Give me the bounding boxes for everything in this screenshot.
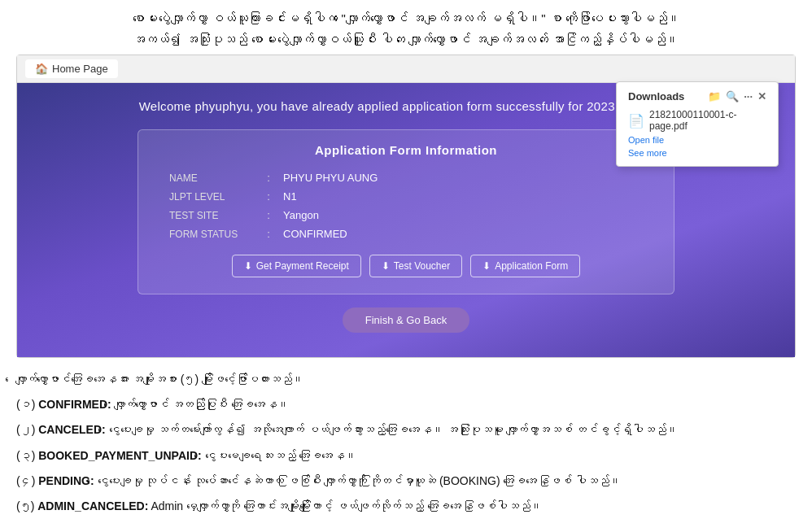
top-description: စာမေးပွဲလျှောက်လွှာ ဝယ်ယူထားခြင်းမရှိပါက… <box>0 0 812 55</box>
browser-tab[interactable]: 🏠 Home Page <box>25 59 118 78</box>
see-more-link[interactable]: See more <box>628 148 766 158</box>
tab-label: Home Page <box>52 63 108 75</box>
btn-label-voucher: Test Voucher <box>394 260 450 272</box>
item-number-5: (၅) <box>16 499 34 512</box>
application-form-button[interactable]: ⬇ Application Form <box>470 255 580 277</box>
top-line2: အကယ်၍ အသုံးပြုသည် စာမေးပွဲလျှောက်လွှာဝယ်… <box>16 29 796 50</box>
field-label-name: NAME <box>163 168 260 187</box>
field-label-jlpt: JLPT LEVEL <box>163 187 260 206</box>
info-card: Application Form Information NAME : PHYU… <box>138 129 674 294</box>
downloads-header-icons: 📁 🔍 ··· ✕ <box>708 90 766 102</box>
browser-window: 🏠 Home Page Downloads 📁 🔍 ··· ✕ 📄 218210… <box>16 55 796 358</box>
downloads-popup: Downloads 📁 🔍 ··· ✕ 📄 21821000110001-c-p… <box>616 81 779 167</box>
close-icon[interactable]: ✕ <box>757 90 766 102</box>
info-card-title: Application Form Information <box>163 143 649 157</box>
field-value-status: CONFIRMED <box>277 225 649 243</box>
body-text-section: လျှောက်လွှာဖောင်အခြေအနေအား အမျိုးအစား (၅… <box>0 358 812 525</box>
browser-bar: 🏠 Home Page Downloads 📁 🔍 ··· ✕ 📄 218210… <box>17 55 795 83</box>
body-item-3: (၃) BOOKED_PAYMENT_UNPAID: ငွေပေးမချေရသေ… <box>16 446 796 466</box>
field-label-status: FORM STATUS <box>163 225 260 243</box>
info-table: NAME : PHYU PHYU AUNG JLPT LEVEL : N1 TE… <box>163 168 649 243</box>
pdf-icon: 📄 <box>628 113 644 129</box>
table-row: JLPT LEVEL : N1 <box>163 187 649 206</box>
item-text-2: ငွေပေးချေမှု သက်တမ်းကျော်လွန်၍ အလိုအလျော… <box>109 423 678 436</box>
body-item-5: (၅) ADMIN_CANCELED: Admin မှလျှောက်လွှာက… <box>16 496 796 517</box>
item-text-4: ငွေပေးချေမှု လုပ်ငန်း လုပ်ဆောင်နေဆဲကာလ ဖ… <box>98 474 622 487</box>
field-label-testsite: TEST SITE <box>163 206 260 225</box>
finish-button-row: Finish & Go Back <box>41 307 771 333</box>
field-value-name: PHYU PHYU AUNG <box>277 168 649 187</box>
btn-label-appform: Application Form <box>495 260 568 272</box>
more-icon[interactable]: ··· <box>744 90 753 102</box>
download-file-row: 📄 21821000110001-c-page.pdf <box>628 109 766 132</box>
item-number-2: (၂) <box>16 423 35 436</box>
body-item-1: (၁) CONFIRMED: လျှောက်လွှာဖောင် အတည်ပြုပ… <box>16 395 796 415</box>
download-filename: 21821000110001-c-page.pdf <box>649 109 766 132</box>
item-number-4: (၄) <box>16 474 35 487</box>
body-item-4: (၄) PENDING: ငွေပေးချေမှု လုပ်ငန်း လုပ်ဆ… <box>16 471 796 491</box>
table-row: NAME : PHYU PHYU AUNG <box>163 168 649 187</box>
item-text-1: လျှောက်လွှာဖောင် အတည်ပြုပြီး အခြေအနေ။ <box>115 398 290 411</box>
table-row: TEST SITE : Yangon <box>163 206 649 225</box>
item-label-4: PENDING: <box>38 474 94 487</box>
table-row: FORM STATUS : CONFIRMED <box>163 225 649 243</box>
download-icon-1: ⬇ <box>244 260 252 272</box>
action-buttons-row: ⬇ Get Payment Receipt ⬇ Test Voucher ⬇ A… <box>163 255 649 277</box>
download-icon-2: ⬇ <box>382 260 390 272</box>
item-number-1: (၁) <box>16 398 35 411</box>
item-label-5: ADMIN_CANCELED: <box>37 499 148 512</box>
item-text-5: Admin မှလျှောက်လွှာကို အကြောင်းအမျိုးမျိ… <box>151 499 541 512</box>
test-voucher-button[interactable]: ⬇ Test Voucher <box>369 255 462 277</box>
top-line1: စာမေးပွဲလျှောက်လွှာ ဝယ်ယူထားခြင်းမရှိပါက… <box>16 8 796 29</box>
get-payment-receipt-button[interactable]: ⬇ Get Payment Receipt <box>232 255 361 277</box>
item-label-3: BOOKED_PAYMENT_UNPAID: <box>38 449 201 462</box>
item-number-3: (၃) <box>16 449 35 462</box>
item-text-3: ငွေပေးမချေရသေးသည့် အခြေအနေ။ <box>205 449 357 462</box>
item-label-1: CONFIRMED: <box>38 398 111 411</box>
download-icon-3: ⬇ <box>482 260 491 272</box>
downloads-header: Downloads 📁 🔍 ··· ✕ <box>628 90 766 102</box>
finish-go-back-button[interactable]: Finish & Go Back <box>343 307 469 333</box>
body-item-2: (၂) CANCELED: ငွေပေးချေမှု သက်တမ်းကျော်လ… <box>16 420 796 440</box>
home-icon: 🏠 <box>35 63 48 75</box>
folder-icon[interactable]: 📁 <box>708 90 721 102</box>
downloads-title: Downloads <box>628 90 684 102</box>
item-label-2: CANCELED: <box>38 423 105 436</box>
search-icon[interactable]: 🔍 <box>726 90 739 102</box>
field-value-testsite: Yangon <box>277 206 649 225</box>
btn-label-payment: Get Payment Receipt <box>256 260 349 272</box>
field-value-jlpt: N1 <box>277 187 649 206</box>
open-file-link[interactable]: Open file <box>628 135 766 145</box>
body-intro: လျှောက်လွှာဖောင်အခြေအနေအား အမျိုးအစား (၅… <box>16 369 796 390</box>
